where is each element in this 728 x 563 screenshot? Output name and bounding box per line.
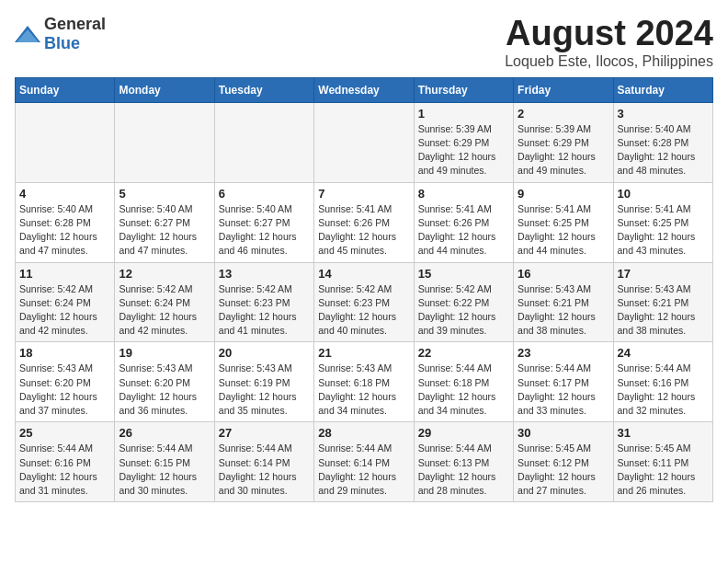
day-number: 25 [19, 426, 110, 440]
day-cell: 21Sunrise: 5:43 AM Sunset: 6:18 PM Dayli… [314, 342, 414, 422]
day-cell: 1Sunrise: 5:39 AM Sunset: 6:29 PM Daylig… [414, 102, 513, 182]
day-info: Sunrise: 5:44 AM Sunset: 6:18 PM Dayligh… [418, 362, 509, 418]
day-info: Sunrise: 5:44 AM Sunset: 6:14 PM Dayligh… [318, 442, 409, 498]
day-info: Sunrise: 5:41 AM Sunset: 6:25 PM Dayligh… [618, 202, 709, 259]
day-info: Sunrise: 5:42 AM Sunset: 6:23 PM Dayligh… [219, 282, 310, 339]
day-info: Sunrise: 5:43 AM Sunset: 6:19 PM Dayligh… [219, 362, 310, 418]
header-saturday: Saturday [613, 77, 712, 102]
day-number: 21 [318, 346, 409, 360]
day-cell: 22Sunrise: 5:44 AM Sunset: 6:18 PM Dayli… [414, 342, 513, 422]
day-cell: 6Sunrise: 5:40 AM Sunset: 6:27 PM Daylig… [214, 182, 313, 262]
day-number: 30 [518, 426, 609, 440]
day-info: Sunrise: 5:39 AM Sunset: 6:29 PM Dayligh… [418, 122, 509, 178]
day-info: Sunrise: 5:42 AM Sunset: 6:24 PM Dayligh… [19, 282, 110, 339]
day-cell: 18Sunrise: 5:43 AM Sunset: 6:20 PM Dayli… [16, 342, 115, 422]
day-info: Sunrise: 5:43 AM Sunset: 6:21 PM Dayligh… [518, 282, 609, 339]
day-info: Sunrise: 5:45 AM Sunset: 6:12 PM Dayligh… [518, 442, 609, 498]
day-number: 16 [518, 267, 609, 281]
day-cell: 27Sunrise: 5:44 AM Sunset: 6:14 PM Dayli… [214, 422, 313, 502]
day-number: 11 [19, 267, 110, 281]
header-monday: Monday [115, 77, 214, 102]
header-friday: Friday [514, 77, 613, 102]
day-cell: 2Sunrise: 5:39 AM Sunset: 6:29 PM Daylig… [514, 102, 613, 182]
calendar-header-row: SundayMondayTuesdayWednesdayThursdayFrid… [16, 77, 713, 102]
day-info: Sunrise: 5:40 AM Sunset: 6:28 PM Dayligh… [618, 122, 709, 178]
title-area: August 2024 Loqueb Este, Ilocos, Philipp… [505, 15, 713, 70]
day-cell: 12Sunrise: 5:42 AM Sunset: 6:24 PM Dayli… [115, 262, 214, 342]
day-cell [16, 102, 115, 182]
day-number: 6 [219, 187, 310, 201]
day-number: 19 [119, 346, 210, 360]
day-cell: 7Sunrise: 5:41 AM Sunset: 6:26 PM Daylig… [314, 182, 414, 262]
header-wednesday: Wednesday [314, 77, 414, 102]
week-row-1: 1Sunrise: 5:39 AM Sunset: 6:29 PM Daylig… [16, 102, 713, 182]
header-tuesday: Tuesday [214, 77, 313, 102]
day-number: 28 [318, 426, 409, 440]
day-number: 27 [219, 426, 310, 440]
header-thursday: Thursday [414, 77, 513, 102]
day-number: 29 [418, 426, 509, 440]
day-number: 3 [618, 107, 709, 121]
logo-general: General [44, 15, 106, 33]
day-number: 4 [19, 187, 110, 201]
main-title: August 2024 [505, 15, 713, 53]
day-cell: 16Sunrise: 5:43 AM Sunset: 6:21 PM Dayli… [514, 262, 613, 342]
day-number: 24 [618, 346, 709, 360]
day-number: 18 [19, 346, 110, 360]
calendar-table: SundayMondayTuesdayWednesdayThursdayFrid… [15, 77, 713, 502]
day-cell: 17Sunrise: 5:43 AM Sunset: 6:21 PM Dayli… [613, 262, 712, 342]
header: General Blue August 2024 Loqueb Este, Il… [15, 15, 713, 70]
day-number: 9 [518, 187, 609, 201]
day-number: 22 [418, 346, 509, 360]
week-row-2: 4Sunrise: 5:40 AM Sunset: 6:28 PM Daylig… [16, 182, 713, 262]
day-cell: 4Sunrise: 5:40 AM Sunset: 6:28 PM Daylig… [16, 182, 115, 262]
day-cell: 24Sunrise: 5:44 AM Sunset: 6:16 PM Dayli… [613, 342, 712, 422]
day-cell: 23Sunrise: 5:44 AM Sunset: 6:17 PM Dayli… [514, 342, 613, 422]
day-number: 31 [618, 426, 709, 440]
subtitle: Loqueb Este, Ilocos, Philippines [505, 53, 713, 70]
day-info: Sunrise: 5:43 AM Sunset: 6:21 PM Dayligh… [618, 282, 709, 339]
logo-text: General Blue [44, 15, 106, 53]
day-cell: 20Sunrise: 5:43 AM Sunset: 6:19 PM Dayli… [214, 342, 313, 422]
day-cell: 13Sunrise: 5:42 AM Sunset: 6:23 PM Dayli… [214, 262, 313, 342]
day-cell: 3Sunrise: 5:40 AM Sunset: 6:28 PM Daylig… [613, 102, 712, 182]
day-cell: 25Sunrise: 5:44 AM Sunset: 6:16 PM Dayli… [16, 422, 115, 502]
day-info: Sunrise: 5:44 AM Sunset: 6:16 PM Dayligh… [618, 362, 709, 418]
day-info: Sunrise: 5:43 AM Sunset: 6:18 PM Dayligh… [318, 362, 409, 418]
day-cell: 11Sunrise: 5:42 AM Sunset: 6:24 PM Dayli… [16, 262, 115, 342]
day-number: 12 [119, 267, 210, 281]
day-cell: 26Sunrise: 5:44 AM Sunset: 6:15 PM Dayli… [115, 422, 214, 502]
day-info: Sunrise: 5:44 AM Sunset: 6:13 PM Dayligh… [418, 442, 509, 498]
day-info: Sunrise: 5:43 AM Sunset: 6:20 PM Dayligh… [119, 362, 210, 418]
day-info: Sunrise: 5:41 AM Sunset: 6:26 PM Dayligh… [318, 202, 409, 259]
header-sunday: Sunday [16, 77, 115, 102]
day-cell: 8Sunrise: 5:41 AM Sunset: 6:26 PM Daylig… [414, 182, 513, 262]
day-cell: 29Sunrise: 5:44 AM Sunset: 6:13 PM Dayli… [414, 422, 513, 502]
day-cell [314, 102, 414, 182]
day-number: 5 [119, 187, 210, 201]
day-number: 2 [518, 107, 609, 121]
day-info: Sunrise: 5:42 AM Sunset: 6:22 PM Dayligh… [418, 282, 509, 339]
day-number: 10 [618, 187, 709, 201]
day-info: Sunrise: 5:41 AM Sunset: 6:25 PM Dayligh… [518, 202, 609, 259]
day-cell: 10Sunrise: 5:41 AM Sunset: 6:25 PM Dayli… [613, 182, 712, 262]
day-info: Sunrise: 5:39 AM Sunset: 6:29 PM Dayligh… [518, 122, 609, 178]
day-info: Sunrise: 5:43 AM Sunset: 6:20 PM Dayligh… [19, 362, 110, 418]
day-info: Sunrise: 5:42 AM Sunset: 6:24 PM Dayligh… [119, 282, 210, 339]
day-info: Sunrise: 5:41 AM Sunset: 6:26 PM Dayligh… [418, 202, 509, 259]
day-number: 13 [219, 267, 310, 281]
day-info: Sunrise: 5:42 AM Sunset: 6:23 PM Dayligh… [318, 282, 409, 339]
day-number: 23 [518, 346, 609, 360]
day-info: Sunrise: 5:40 AM Sunset: 6:27 PM Dayligh… [119, 202, 210, 259]
day-cell [214, 102, 313, 182]
day-info: Sunrise: 5:40 AM Sunset: 6:27 PM Dayligh… [219, 202, 310, 259]
day-number: 7 [318, 187, 409, 201]
logo: General Blue [15, 15, 106, 53]
day-cell: 31Sunrise: 5:45 AM Sunset: 6:11 PM Dayli… [613, 422, 712, 502]
week-row-4: 18Sunrise: 5:43 AM Sunset: 6:20 PM Dayli… [16, 342, 713, 422]
week-row-3: 11Sunrise: 5:42 AM Sunset: 6:24 PM Dayli… [16, 262, 713, 342]
day-cell: 28Sunrise: 5:44 AM Sunset: 6:14 PM Dayli… [314, 422, 414, 502]
week-row-5: 25Sunrise: 5:44 AM Sunset: 6:16 PM Dayli… [16, 422, 713, 502]
day-number: 15 [418, 267, 509, 281]
day-number: 1 [418, 107, 509, 121]
